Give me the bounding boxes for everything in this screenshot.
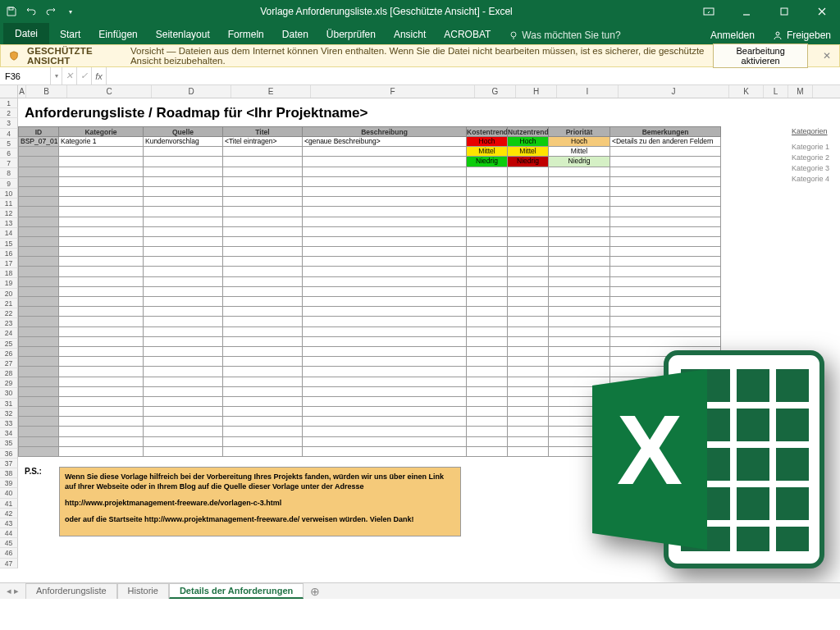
table-cell[interactable] bbox=[144, 247, 223, 257]
sheet-tab[interactable]: Anforderungsliste bbox=[25, 583, 117, 599]
row-header[interactable]: 3 bbox=[0, 118, 18, 128]
table-row[interactable] bbox=[18, 307, 721, 317]
table-cell[interactable] bbox=[144, 317, 223, 326]
col-header-D[interactable]: D bbox=[152, 85, 231, 98]
table-cell[interactable] bbox=[508, 327, 549, 337]
table-cell[interactable] bbox=[303, 187, 467, 197]
table-cell[interactable] bbox=[303, 297, 467, 307]
table-cell[interactable] bbox=[508, 417, 549, 427]
row-header[interactable]: 45 bbox=[0, 538, 18, 548]
table-cell[interactable] bbox=[223, 407, 303, 417]
table-cell[interactable] bbox=[223, 217, 303, 227]
table-cell[interactable] bbox=[144, 237, 223, 247]
row-header[interactable]: 37 bbox=[0, 459, 18, 468]
table-cell[interactable] bbox=[18, 347, 59, 357]
ribbon-tab-daten[interactable]: Daten bbox=[273, 25, 317, 44]
table-cell[interactable] bbox=[59, 297, 144, 307]
table-cell[interactable] bbox=[18, 237, 59, 247]
table-row[interactable] bbox=[18, 167, 721, 177]
table-row[interactable] bbox=[18, 297, 721, 307]
row-header[interactable]: 19 bbox=[0, 278, 18, 288]
share-button[interactable]: Freigeben bbox=[764, 26, 840, 44]
table-cell[interactable] bbox=[508, 257, 549, 267]
table-cell[interactable] bbox=[303, 277, 467, 287]
table-cell[interactable] bbox=[59, 317, 144, 326]
table-cell[interactable] bbox=[508, 197, 549, 207]
table-cell[interactable] bbox=[508, 247, 549, 257]
table-row[interactable] bbox=[18, 267, 721, 276]
table-cell[interactable] bbox=[467, 277, 508, 287]
row-header[interactable]: 10 bbox=[0, 189, 18, 199]
table-cell[interactable] bbox=[303, 217, 467, 227]
table-cell[interactable] bbox=[59, 387, 144, 397]
table-cell[interactable] bbox=[18, 417, 59, 427]
col-header-M[interactable]: M bbox=[788, 85, 813, 98]
table-cell[interactable] bbox=[59, 257, 144, 267]
save-icon[interactable] bbox=[5, 5, 18, 18]
table-cell[interactable] bbox=[144, 147, 223, 157]
table-cell[interactable] bbox=[18, 447, 59, 457]
col-header-G[interactable]: G bbox=[475, 85, 516, 98]
table-cell[interactable] bbox=[18, 387, 59, 397]
row-header[interactable]: 1 bbox=[0, 98, 18, 108]
table-cell[interactable] bbox=[467, 297, 508, 307]
row-header[interactable]: 24 bbox=[0, 328, 18, 338]
table-row[interactable] bbox=[18, 197, 721, 207]
table-cell[interactable] bbox=[18, 437, 59, 447]
table-cell[interactable] bbox=[610, 277, 721, 287]
table-cell[interactable] bbox=[59, 347, 144, 357]
row-header[interactable]: 41 bbox=[0, 499, 18, 509]
table-cell[interactable]: Kundenvorschlag bbox=[144, 137, 223, 147]
table-cell[interactable] bbox=[467, 417, 508, 427]
table-cell[interactable] bbox=[610, 187, 721, 197]
table-cell[interactable] bbox=[223, 387, 303, 397]
table-cell[interactable] bbox=[18, 317, 59, 326]
table-cell[interactable] bbox=[467, 357, 508, 367]
table-cell[interactable]: Hoch bbox=[467, 137, 508, 147]
table-row[interactable] bbox=[18, 327, 721, 337]
table-cell[interactable] bbox=[508, 217, 549, 227]
table-cell[interactable] bbox=[59, 227, 144, 237]
row-header[interactable]: 33 bbox=[0, 418, 18, 428]
table-cell[interactable] bbox=[549, 287, 610, 297]
table-cell[interactable] bbox=[467, 377, 508, 387]
table-cell[interactable] bbox=[18, 297, 59, 307]
table-cell[interactable] bbox=[549, 247, 610, 257]
sheet-nav[interactable]: ◂▸ bbox=[0, 586, 25, 596]
table-cell[interactable] bbox=[144, 277, 223, 287]
name-box[interactable]: F36 bbox=[0, 67, 51, 84]
table-cell[interactable] bbox=[18, 307, 59, 317]
table-cell[interactable] bbox=[467, 337, 508, 347]
table-cell[interactable] bbox=[223, 177, 303, 187]
table-cell[interactable] bbox=[303, 357, 467, 367]
table-cell[interactable] bbox=[59, 217, 144, 227]
table-cell[interactable] bbox=[223, 277, 303, 287]
ribbon-tab-einfügen[interactable]: Einfügen bbox=[89, 25, 146, 44]
undo-icon[interactable] bbox=[25, 5, 38, 18]
table-cell[interactable] bbox=[59, 397, 144, 407]
table-cell[interactable] bbox=[303, 247, 467, 257]
table-cell[interactable] bbox=[610, 297, 721, 307]
table-cell[interactable] bbox=[59, 147, 144, 157]
table-cell[interactable] bbox=[467, 267, 508, 276]
formula-input[interactable] bbox=[107, 67, 840, 84]
sheet-tab[interactable]: Historie bbox=[117, 583, 169, 599]
row-header[interactable]: 26 bbox=[0, 349, 18, 358]
cancel-icon[interactable]: ✕ bbox=[62, 67, 77, 84]
table-cell[interactable] bbox=[59, 307, 144, 317]
table-cell[interactable] bbox=[303, 157, 467, 167]
namebox-dropdown-icon[interactable]: ▾ bbox=[51, 67, 62, 84]
table-cell[interactable] bbox=[508, 297, 549, 307]
table-cell[interactable] bbox=[144, 207, 223, 217]
table-cell[interactable] bbox=[144, 357, 223, 367]
row-header[interactable]: 35 bbox=[0, 438, 18, 448]
table-cell[interactable] bbox=[144, 327, 223, 337]
table-cell[interactable] bbox=[549, 277, 610, 287]
table-cell[interactable] bbox=[223, 437, 303, 447]
messagebar-close-icon[interactable]: ✕ bbox=[823, 50, 831, 62]
table-cell[interactable] bbox=[223, 207, 303, 217]
sign-in-link[interactable]: Anmelden bbox=[701, 26, 764, 44]
table-row[interactable] bbox=[18, 227, 721, 237]
table-cell[interactable] bbox=[144, 427, 223, 436]
table-cell[interactable] bbox=[303, 317, 467, 326]
